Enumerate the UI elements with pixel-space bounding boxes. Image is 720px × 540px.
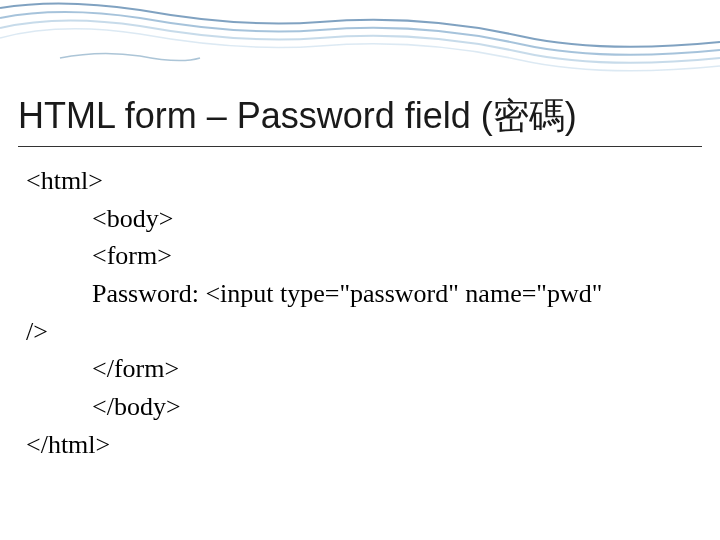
code-line-6: </form>	[26, 350, 609, 388]
code-line-7: </body>	[26, 388, 609, 426]
slide-title: HTML form – Password field (密碼)	[18, 92, 577, 141]
code-line-8: </html>	[26, 426, 609, 464]
code-line-4: Password: <input type="password" name="p…	[26, 275, 609, 313]
code-line-1: <html>	[26, 162, 609, 200]
code-block: <html> <body> <form> Password: <input ty…	[26, 162, 609, 464]
title-underline	[18, 146, 702, 147]
wave-decoration	[0, 0, 720, 80]
code-line-5: />	[26, 313, 609, 351]
code-line-2: <body>	[26, 200, 609, 238]
code-line-3: <form>	[26, 237, 609, 275]
